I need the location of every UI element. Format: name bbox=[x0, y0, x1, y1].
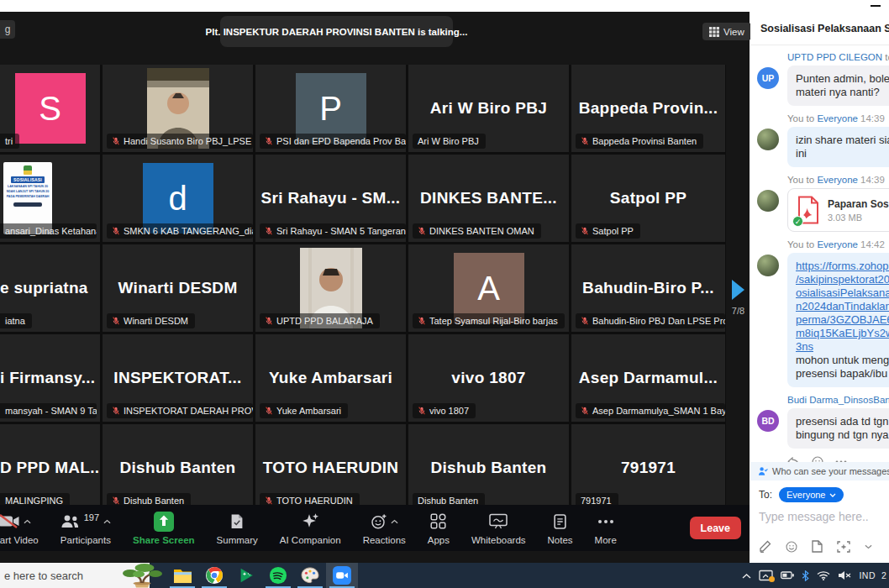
battery-icon[interactable] bbox=[781, 571, 794, 580]
participant-tile[interactable]: Bahudin-Biro P...Bahudin-Biro PBJ Dan LP… bbox=[571, 244, 725, 332]
chat-sender: You bbox=[787, 239, 803, 249]
participant-tile[interactable]: 791971791971 bbox=[571, 424, 725, 512]
page-indicator: 7/8 bbox=[732, 306, 744, 316]
toolbar-ai-companion-button[interactable]: AI Companion bbox=[280, 512, 341, 545]
chat-file-attachment[interactable]: ✓Paparan Sosi...3.03 MB bbox=[787, 188, 889, 232]
participants-count: 197 bbox=[84, 512, 99, 522]
emoji-icon[interactable] bbox=[812, 456, 823, 462]
chat-message-header: UPTD PPD CILEGON to Ever bbox=[787, 52, 889, 62]
participant-tile[interactable]: SOSIALISASILAKSANAAN SPI TAHUN 20NDAK LA… bbox=[0, 155, 100, 242]
notes-icon bbox=[554, 514, 566, 529]
taskbar-chrome-icon[interactable] bbox=[198, 563, 230, 588]
chat-link[interactable]: 3ns bbox=[796, 340, 889, 354]
participant-tile[interactable]: e supriatnaiatna bbox=[0, 244, 100, 332]
toolbar-summary-button[interactable]: Summary bbox=[217, 512, 258, 545]
chat-sender: You bbox=[787, 175, 803, 185]
participant-tile[interactable]: vivo 1807vivo 1807 bbox=[408, 334, 569, 422]
minimize-window-icon[interactable] bbox=[871, 5, 881, 7]
wifi-icon[interactable] bbox=[817, 570, 830, 580]
bonsai-tree-image bbox=[119, 563, 165, 588]
toolbar-reactions-button[interactable]: Reactions bbox=[363, 512, 406, 545]
participant-name-label: Bappeda Provinsi Banten bbox=[576, 134, 703, 149]
view-button[interactable]: View bbox=[702, 23, 751, 40]
participant-tile[interactable]: Handi Susanto Biro PBJ_LPSE bbox=[103, 65, 253, 152]
chat-avatar bbox=[757, 255, 779, 276]
play-games-icon bbox=[238, 567, 255, 584]
file-icon[interactable] bbox=[812, 540, 823, 553]
chat-message: You to Everyone14:39izin share materi si… bbox=[757, 113, 889, 167]
chat-text-line: presensi ada td tgn, ja bbox=[796, 415, 889, 428]
mic-off-icon bbox=[418, 316, 426, 326]
toolbar-share-screen-button[interactable]: Share Screen bbox=[133, 512, 195, 545]
participant-display-name: Dishub Banten bbox=[120, 459, 236, 477]
chevron-up-icon bbox=[391, 519, 398, 524]
participant-tile[interactable]: Winarti DESDMWinarti DESDM bbox=[103, 244, 253, 332]
participant-name-text: Handi Susanto Biro PBJ_LPSE bbox=[124, 136, 251, 146]
format-icon[interactable] bbox=[759, 540, 771, 553]
language-indicator[interactable]: IND bbox=[859, 570, 876, 580]
participant-tile[interactable]: DINKES BANTE...DINKES BANTEN OMAN bbox=[408, 155, 569, 242]
toolbar-button-label: Reactions bbox=[363, 535, 406, 545]
taskbar-play-games-icon[interactable] bbox=[230, 563, 262, 588]
volume-muted-icon bbox=[838, 570, 851, 580]
toolbar-notes-button[interactable]: Notes bbox=[548, 512, 573, 545]
reactions-icon bbox=[371, 513, 387, 530]
participant-tile[interactable]: Stri bbox=[0, 65, 100, 152]
leave-button[interactable]: Leave bbox=[690, 517, 741, 539]
participant-tile[interactable]: Satpol PPSatpol PP bbox=[571, 155, 725, 242]
participant-tile[interactable]: UPTD PPD BALARAJA bbox=[255, 244, 406, 332]
participant-tile[interactable]: D PPD MAL...MALINGPING bbox=[0, 424, 100, 512]
taskbar-zoom-app-icon[interactable] bbox=[326, 563, 358, 588]
toolbar-more-button[interactable]: More bbox=[595, 512, 617, 545]
participant-tile[interactable]: Sri Rahayu - SM...Sri Rahayu - SMAN 5 Ta… bbox=[255, 155, 406, 242]
emoji-icon[interactable] bbox=[786, 541, 797, 553]
participant-display-name: Sri Rahayu - SM... bbox=[261, 189, 401, 207]
participant-name-label: INSPEKTORAT DAERAH PROVINSI ... bbox=[107, 403, 253, 418]
chevron-down-icon[interactable] bbox=[865, 544, 872, 549]
participant-tile[interactable]: INSPEKTORAT...INSPEKTORAT DAERAH PROVINS… bbox=[103, 334, 253, 422]
participant-tile[interactable]: ATatep Syamsul Rijal-Biro barjas bbox=[408, 244, 569, 332]
slide-footer-bar bbox=[13, 202, 42, 207]
whiteboards-icon bbox=[489, 513, 508, 529]
participant-tile[interactable]: i Firmansy...mansyah - SMAN 9 Tange... bbox=[0, 334, 100, 422]
chat-timestamp: 14:39 bbox=[860, 113, 885, 123]
screenshot-icon[interactable] bbox=[837, 541, 850, 553]
participant-name-text: PSI dan EPD Bapenda Prov Banten bbox=[276, 136, 406, 146]
next-page-button[interactable] bbox=[731, 279, 745, 301]
taskbar-spotify-icon[interactable] bbox=[262, 563, 294, 588]
chat-link[interactable]: /sakipinspektorat2021/ bbox=[796, 273, 889, 286]
participant-tile[interactable]: TOTO HAERUDINTOTO HAERUDIN bbox=[255, 424, 406, 512]
participant-tile[interactable]: Asep Darmamul...Asep Darmamulya_SMAN 1 B… bbox=[571, 334, 725, 422]
chat-link[interactable]: perma/3GZOBJAE6eOv bbox=[796, 313, 889, 327]
chat-link[interactable]: osialisasiPelaksanaanS bbox=[796, 286, 889, 300]
mic-off-icon bbox=[265, 226, 273, 236]
participant-name-text: Yuke Ambarsari bbox=[276, 406, 341, 416]
chat-link[interactable]: n2024danTindaklanjut bbox=[796, 300, 889, 313]
message-input[interactable] bbox=[750, 506, 876, 528]
toolbar-apps-button[interactable]: Apps bbox=[428, 512, 450, 545]
toolbar-start-video-button[interactable]: Start Video bbox=[0, 512, 39, 545]
taskbar-paint3d-icon[interactable] bbox=[294, 563, 326, 588]
tray-chevron-icon[interactable] bbox=[742, 573, 751, 579]
participant-tile[interactable]: Ari W Biro PBJAri W Biro PBJ bbox=[408, 65, 569, 152]
toolbar-participants-button[interactable]: 197Participants bbox=[60, 512, 111, 545]
participant-tile[interactable]: Bappeda Provin...Bappeda Provinsi Banten bbox=[571, 65, 725, 152]
participant-tile[interactable]: Dishub BantenDishub Banten bbox=[408, 424, 569, 512]
apps-icon bbox=[430, 513, 446, 529]
participant-tile[interactable]: PPSI dan EPD Bapenda Prov Banten bbox=[255, 65, 406, 152]
chat-link[interactable]: m8iq15KaELjbYs2w5m bbox=[796, 327, 889, 340]
chat-privacy-notice[interactable]: Who can see your messages bbox=[750, 462, 889, 480]
taskbar-clock[interactable]: 2 bbox=[881, 570, 888, 580]
taskbar-file-explorer-icon[interactable] bbox=[166, 563, 198, 588]
participant-tile[interactable]: Dishub BantenDishub Banten bbox=[103, 424, 253, 512]
tray-share-icon[interactable] bbox=[759, 570, 773, 581]
bluetooth-icon[interactable] bbox=[802, 570, 809, 581]
paint3d-icon bbox=[301, 567, 319, 584]
toolbar-whiteboards-button[interactable]: Whiteboards bbox=[471, 512, 526, 545]
recipient-selector[interactable]: Everyone bbox=[779, 487, 843, 502]
chat-link[interactable]: https://forms.zohopub bbox=[796, 260, 889, 273]
participant-tile[interactable]: dSMKN 6 KAB TANGERANG_dianna... bbox=[103, 155, 253, 242]
participant-tile[interactable]: Yuke AmbarsariYuke Ambarsari bbox=[255, 334, 406, 422]
participant-display-name: D PPD MAL... bbox=[0, 459, 100, 477]
volume-muted-icon[interactable] bbox=[838, 570, 851, 580]
